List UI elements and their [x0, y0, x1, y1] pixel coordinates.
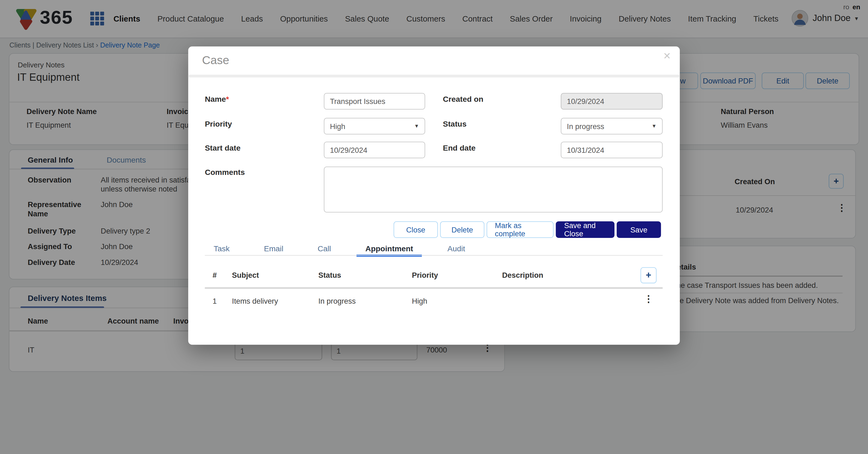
name-input[interactable]: [324, 93, 425, 110]
modal-title: Case: [202, 54, 229, 67]
add-appointment-button[interactable]: +: [641, 267, 657, 284]
save-button[interactable]: Save: [617, 221, 661, 238]
appt-row-subject: Items delivery: [232, 297, 278, 305]
tab-task[interactable]: Task: [205, 241, 238, 256]
comments-label: Comments: [205, 168, 245, 176]
modal-header-divider: [188, 75, 680, 77]
end-date-label: End date: [443, 143, 475, 152]
required-asterisk: *: [226, 95, 229, 103]
priority-label: Priority: [205, 120, 232, 128]
appt-table-divider: [205, 287, 662, 289]
appt-col-priority: Priority: [412, 271, 438, 280]
appt-col-description: Description: [502, 271, 543, 280]
created-on-label: Created on: [443, 95, 483, 103]
dropdown-caret-icon: ▼: [652, 123, 656, 129]
modal-button-row: Close Delete Mark as complete Save and C…: [394, 221, 661, 238]
created-on-input: [561, 93, 662, 110]
tabs-baseline: [205, 255, 662, 256]
status-select[interactable]: In progress ▼: [561, 118, 662, 134]
priority-value: High: [330, 122, 345, 130]
mark-as-complete-button[interactable]: Mark as complete: [487, 221, 554, 238]
close-button[interactable]: Close: [394, 221, 438, 238]
case-modal: Case ✕ Name* Created on Priority High ▼ …: [188, 46, 680, 345]
start-date-label: Start date: [205, 143, 241, 152]
appt-col-subject: Subject: [232, 271, 259, 280]
tab-call[interactable]: Call: [309, 241, 340, 256]
tab-appointment[interactable]: Appointment: [356, 241, 422, 256]
appt-col-status: Status: [318, 271, 341, 280]
status-value: In progress: [567, 122, 604, 130]
tab-email[interactable]: Email: [255, 241, 292, 256]
close-icon[interactable]: ✕: [663, 51, 671, 62]
tab-audit[interactable]: Audit: [439, 241, 474, 256]
appt-row-priority: High: [412, 297, 427, 305]
appt-row-status: In progress: [318, 297, 356, 305]
appt-col-num: #: [213, 271, 217, 280]
comments-textarea[interactable]: [324, 166, 662, 212]
end-date-input[interactable]: [561, 141, 662, 158]
name-label-text: Name: [205, 95, 226, 103]
dropdown-caret-icon: ▼: [414, 123, 419, 129]
priority-select[interactable]: High ▼: [324, 118, 425, 134]
delete-case-button[interactable]: Delete: [440, 221, 484, 238]
activity-tabs: Task Email Call Appointment Audit: [205, 241, 474, 256]
appt-row-kebab-icon[interactable]: ⋮: [644, 294, 653, 304]
screen: 365 Clients Product Catalogue Leads Oppo…: [0, 0, 868, 454]
status-label: Status: [443, 120, 466, 128]
name-label: Name*: [205, 95, 229, 103]
save-and-close-button[interactable]: Save and Close: [556, 221, 614, 238]
start-date-input[interactable]: [324, 141, 425, 158]
appt-row-num: 1: [213, 297, 217, 305]
